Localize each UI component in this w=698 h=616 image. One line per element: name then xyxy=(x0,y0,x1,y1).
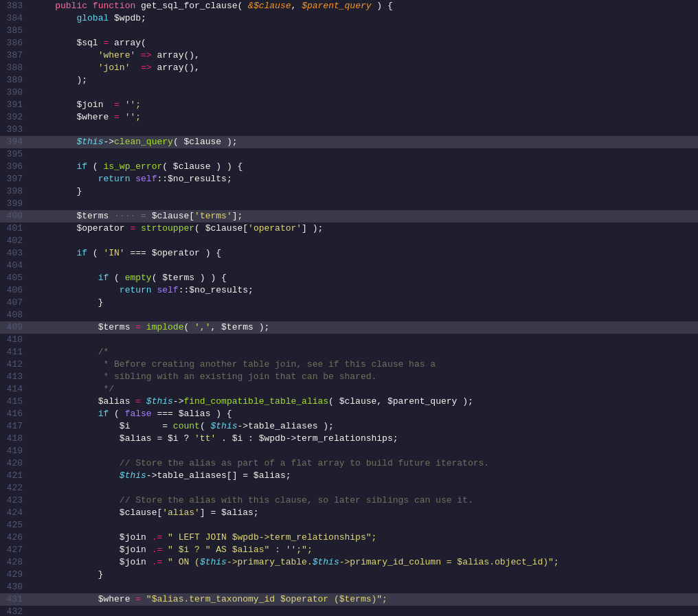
line-content: return self::$no_results; xyxy=(31,173,698,185)
line-number: 423 xyxy=(0,494,31,507)
line-content: ); xyxy=(31,74,698,87)
line-content: $this->table_aliases[] = $alias; xyxy=(31,470,698,482)
line-number: 430 xyxy=(0,581,31,593)
line-content: // Store the alias as part of a flat arr… xyxy=(31,457,698,470)
line-number: 425 xyxy=(0,519,31,532)
line-number: 390 xyxy=(0,87,31,99)
line-content: } xyxy=(31,569,698,581)
line-number: 422 xyxy=(0,482,31,494)
code-line: 432 xyxy=(0,606,698,616)
line-content: if ( false === $alias ) { xyxy=(31,408,698,420)
line-content xyxy=(31,606,698,616)
code-line: 400 $terms ···· = $clause['terms']; xyxy=(0,210,698,223)
line-number: 394 xyxy=(0,136,31,148)
line-number: 402 xyxy=(0,235,31,247)
code-line: 407 } xyxy=(0,297,698,309)
code-line: 418 $alias = $i ? 'tt' . $i : $wpdb->ter… xyxy=(0,433,698,445)
code-editor: 383 public function get_sql_for_clause( … xyxy=(0,0,698,616)
code-line: 386 $sql = array( xyxy=(0,37,698,49)
code-line: 398 } xyxy=(0,185,698,198)
line-content: } xyxy=(31,185,698,198)
line-number: 427 xyxy=(0,544,31,556)
line-number: 391 xyxy=(0,99,31,111)
code-line: 423 // Store the alias with this clause,… xyxy=(0,494,698,507)
line-number: 409 xyxy=(0,321,31,334)
line-content: public function get_sql_for_clause( &$cl… xyxy=(31,0,698,12)
line-number: 419 xyxy=(0,445,31,457)
line-content: */ xyxy=(31,383,698,396)
line-number: 405 xyxy=(0,272,31,284)
line-content: * Before creating another table join, se… xyxy=(31,358,698,371)
line-number: 396 xyxy=(0,161,31,173)
line-content: $terms ···· = $clause['terms']; xyxy=(31,210,698,223)
line-number: 416 xyxy=(0,408,31,420)
code-line: 412 * Before creating another table join… xyxy=(0,358,698,371)
line-number: 411 xyxy=(0,346,31,358)
line-number: 426 xyxy=(0,532,31,544)
line-number: 404 xyxy=(0,260,31,272)
code-line: 417 $i = count( $this->table_aliases ); xyxy=(0,420,698,433)
code-line: 413 * sibling with an existing join that… xyxy=(0,371,698,383)
line-number: 397 xyxy=(0,173,31,185)
code-line: 414 */ xyxy=(0,383,698,396)
line-content: $join .= " $i ? " AS $alias" : '';"; xyxy=(31,544,698,556)
line-number: 413 xyxy=(0,371,31,383)
code-line: 392 $where = ''; xyxy=(0,111,698,124)
line-number: 403 xyxy=(0,247,31,260)
line-number: 383 xyxy=(0,0,31,12)
line-number: 384 xyxy=(0,12,31,25)
code-line: 424 $clause['alias'] = $alias; xyxy=(0,507,698,519)
code-line: 390 xyxy=(0,87,698,99)
code-line: 387 'where' => array(), xyxy=(0,49,698,62)
line-number: 412 xyxy=(0,358,31,371)
code-line: 401 $operator = strtoupper( $clause['ope… xyxy=(0,223,698,235)
line-number: 395 xyxy=(0,148,31,161)
code-line: 399 xyxy=(0,198,698,210)
line-content: $terms = implode( ',', $terms ); xyxy=(31,321,698,334)
line-number: 408 xyxy=(0,309,31,321)
line-content: if ( 'IN' === $operator ) { xyxy=(31,247,698,260)
code-line: 416 if ( false === $alias ) { xyxy=(0,408,698,420)
line-content: 'where' => array(), xyxy=(31,49,698,62)
code-line: 397 return self::$no_results; xyxy=(0,173,698,185)
line-content xyxy=(31,334,698,346)
code-line: 391 $join = ''; xyxy=(0,99,698,111)
line-content: if ( empty( $terms ) ) { xyxy=(31,272,698,284)
line-number: 385 xyxy=(0,25,31,37)
line-number: 407 xyxy=(0,297,31,309)
code-line: 383 public function get_sql_for_clause( … xyxy=(0,0,698,12)
line-content xyxy=(31,482,698,494)
code-line: 429 } xyxy=(0,569,698,581)
line-content xyxy=(31,198,698,210)
line-number: 388 xyxy=(0,62,31,74)
line-number: 386 xyxy=(0,37,31,49)
line-content xyxy=(31,260,698,272)
line-number: 424 xyxy=(0,507,31,519)
line-content: $i = count( $this->table_aliases ); xyxy=(31,420,698,433)
line-content: global $wpdb; xyxy=(31,12,698,25)
line-number: 432 xyxy=(0,606,31,616)
line-number: 392 xyxy=(0,111,31,124)
line-content: $alias = $i ? 'tt' . $i : $wpdb->term_re… xyxy=(31,433,698,445)
line-content: $where = "$alias.term_taxonomy_id $opera… xyxy=(31,593,698,606)
code-line: 388 'join' => array(), xyxy=(0,62,698,74)
line-content: $sql = array( xyxy=(31,37,698,49)
line-content xyxy=(31,148,698,161)
line-content xyxy=(31,235,698,247)
line-number: 387 xyxy=(0,49,31,62)
line-content: } xyxy=(31,297,698,309)
code-line: 406 return self::$no_results; xyxy=(0,284,698,297)
line-content xyxy=(31,87,698,99)
line-number: 431 xyxy=(0,593,31,606)
line-content: $operator = strtoupper( $clause['operato… xyxy=(31,223,698,235)
line-content xyxy=(31,445,698,457)
code-line: 421 $this->table_aliases[] = $alias; xyxy=(0,470,698,482)
line-number: 429 xyxy=(0,569,31,581)
line-content: $join = ''; xyxy=(31,99,698,111)
line-content: $alias = $this->find_compatible_table_al… xyxy=(31,396,698,408)
code-line: 420 // Store the alias as part of a flat… xyxy=(0,457,698,470)
line-number: 400 xyxy=(0,210,31,223)
code-line: 426 $join .= " LEFT JOIN $wpdb->term_rel… xyxy=(0,532,698,544)
code-line: 409 $terms = implode( ',', $terms ); xyxy=(0,321,698,334)
line-number: 410 xyxy=(0,334,31,346)
